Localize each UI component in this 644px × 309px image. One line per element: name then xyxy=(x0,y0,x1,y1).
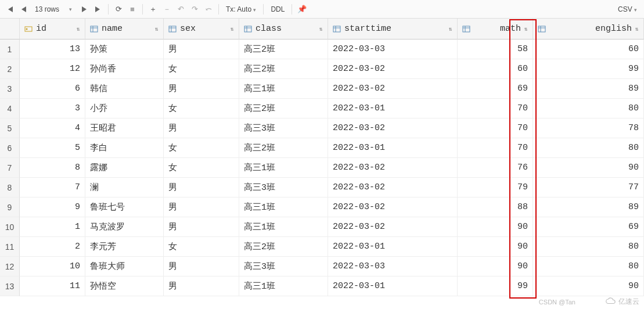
cell-math[interactable]: 90 xyxy=(458,237,533,257)
cell-starttime[interactable]: 2022-03-02 xyxy=(328,79,458,99)
cell-sex[interactable]: 女 xyxy=(164,138,239,158)
pin-button[interactable]: 📌 xyxy=(296,3,308,16)
cell-starttime[interactable]: 2022-03-02 xyxy=(328,59,458,79)
row-number[interactable]: 10 xyxy=(0,217,20,237)
cell-english[interactable]: 78 xyxy=(533,118,644,138)
col-header-sex[interactable]: sex ⇅ xyxy=(164,19,239,39)
row-number[interactable]: 12 xyxy=(0,257,20,276)
cell-id[interactable]: 12 xyxy=(20,59,85,79)
cell-sex[interactable]: 男 xyxy=(164,257,239,276)
cell-class[interactable]: 高三1班 xyxy=(239,217,328,237)
cell-english[interactable]: 80 xyxy=(533,138,644,158)
tx-mode-dropdown[interactable]: Tx: Auto ▾ xyxy=(222,5,260,13)
cell-math[interactable]: 70 xyxy=(458,118,533,138)
row-number[interactable]: 7 xyxy=(0,158,20,178)
col-header-starttime[interactable]: starttime ⇅ xyxy=(328,19,458,39)
cell-class[interactable]: 高三1班 xyxy=(239,276,328,296)
row-number[interactable]: 6 xyxy=(0,138,20,158)
cell-math[interactable]: 99 xyxy=(458,276,533,296)
row-number[interactable]: 5 xyxy=(0,118,20,138)
cell-english[interactable]: 80 xyxy=(533,99,644,118)
cell-name[interactable]: 李元芳 xyxy=(85,237,164,257)
cell-sex[interactable]: 男 xyxy=(164,276,239,296)
cell-id[interactable]: 8 xyxy=(20,158,85,178)
row-number[interactable]: 9 xyxy=(0,197,20,217)
cell-class[interactable]: 高三2班 xyxy=(239,237,328,257)
row-number[interactable]: 11 xyxy=(0,237,20,257)
cell-english[interactable]: 89 xyxy=(533,79,644,99)
cell-sex[interactable]: 男 xyxy=(164,217,239,237)
cell-math[interactable]: 58 xyxy=(458,39,533,59)
delete-row-button[interactable]: － xyxy=(160,3,173,16)
cell-starttime[interactable]: 2022-03-01 xyxy=(328,276,458,296)
rollback-button[interactable]: ⤺ xyxy=(202,3,215,16)
cell-starttime[interactable]: 2022-03-02 xyxy=(328,118,458,138)
row-number[interactable]: 3 xyxy=(0,79,20,99)
cell-math[interactable]: 90 xyxy=(458,257,533,276)
cell-id[interactable]: 2 xyxy=(20,237,85,257)
cell-name[interactable]: 李白 xyxy=(85,138,164,158)
cell-name[interactable]: 露娜 xyxy=(85,158,164,178)
cell-starttime[interactable]: 2022-03-02 xyxy=(328,197,458,217)
cell-math[interactable]: 70 xyxy=(458,138,533,158)
cell-sex[interactable]: 男 xyxy=(164,178,239,197)
cell-name[interactable]: 马克波罗 xyxy=(85,217,164,237)
cell-math[interactable]: 76 xyxy=(458,158,533,178)
cell-id[interactable]: 11 xyxy=(20,276,85,296)
cell-id[interactable]: 7 xyxy=(20,178,85,197)
cell-english[interactable]: 80 xyxy=(533,237,644,257)
cell-starttime[interactable]: 2022-03-01 xyxy=(328,237,458,257)
col-header-english[interactable]: english ⇅ xyxy=(533,19,644,39)
col-header-id[interactable]: id ⇅ xyxy=(20,19,85,39)
cell-english[interactable]: 99 xyxy=(533,59,644,79)
cell-id[interactable]: 1 xyxy=(20,217,85,237)
revert-button[interactable]: ↶ xyxy=(174,3,187,16)
ddl-button[interactable]: DDL xyxy=(267,5,288,13)
cell-class[interactable]: 高三3班 xyxy=(239,178,328,197)
cell-name[interactable]: 澜 xyxy=(85,178,164,197)
cell-math[interactable]: 60 xyxy=(458,59,533,79)
cell-english[interactable]: 77 xyxy=(533,178,644,197)
cell-name[interactable]: 孙策 xyxy=(85,39,164,59)
cell-sex[interactable]: 男 xyxy=(164,197,239,217)
refresh-button[interactable]: ⟳ xyxy=(112,3,125,16)
cell-id[interactable]: 10 xyxy=(20,257,85,276)
col-header-class[interactable]: class ⇅ xyxy=(239,19,328,39)
cell-sex[interactable]: 女 xyxy=(164,99,239,118)
cell-starttime[interactable]: 2022-03-03 xyxy=(328,39,458,59)
cell-class[interactable]: 高三3班 xyxy=(239,257,328,276)
rownum-header[interactable] xyxy=(0,19,20,39)
cell-class[interactable]: 高三1班 xyxy=(239,79,328,99)
row-number[interactable]: 2 xyxy=(0,59,20,79)
cell-starttime[interactable]: 2022-03-02 xyxy=(328,217,458,237)
cell-id[interactable]: 13 xyxy=(20,39,85,59)
cell-id[interactable]: 9 xyxy=(20,197,85,217)
cell-sex[interactable]: 男 xyxy=(164,39,239,59)
cell-class[interactable]: 高三2班 xyxy=(239,99,328,118)
row-number[interactable]: 1 xyxy=(0,39,20,59)
cell-class[interactable]: 高三2班 xyxy=(239,59,328,79)
cell-starttime[interactable]: 2022-03-02 xyxy=(328,178,458,197)
cell-math[interactable]: 88 xyxy=(458,197,533,217)
export-format-dropdown[interactable]: CSV ▾ xyxy=(614,5,641,13)
cell-math[interactable]: 90 xyxy=(458,217,533,237)
row-number[interactable]: 13 xyxy=(0,276,20,296)
cell-class[interactable]: 高三1班 xyxy=(239,158,328,178)
first-page-button[interactable] xyxy=(3,3,16,16)
cell-math[interactable]: 70 xyxy=(458,99,533,118)
row-number[interactable]: 4 xyxy=(0,99,20,118)
cell-starttime[interactable]: 2022-03-02 xyxy=(328,158,458,178)
cell-sex[interactable]: 女 xyxy=(164,158,239,178)
cell-english[interactable]: 60 xyxy=(533,39,644,59)
last-page-button[interactable] xyxy=(92,3,105,16)
cell-sex[interactable]: 女 xyxy=(164,237,239,257)
commit-button[interactable]: ↷ xyxy=(188,3,201,16)
cell-sex[interactable]: 男 xyxy=(164,79,239,99)
cell-class[interactable]: 高三2班 xyxy=(239,39,328,59)
cell-name[interactable]: 韩信 xyxy=(85,79,164,99)
cell-starttime[interactable]: 2022-03-03 xyxy=(328,257,458,276)
cell-english[interactable]: 80 xyxy=(533,257,644,276)
rowcount-dropdown[interactable]: ▾ xyxy=(64,3,77,16)
col-header-math[interactable]: math ⇅ xyxy=(458,19,533,39)
cell-math[interactable]: 69 xyxy=(458,79,533,99)
